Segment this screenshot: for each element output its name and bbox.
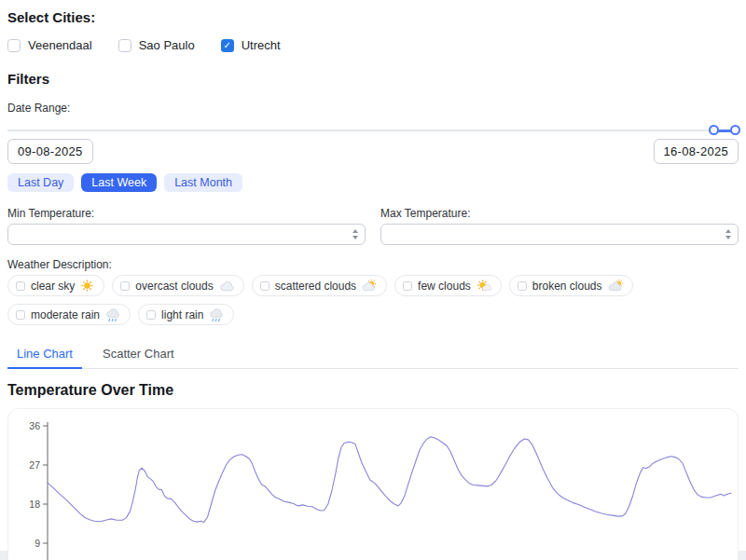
cloud-with-sun-icon [608, 280, 623, 293]
last-week-button[interactable]: Last Week [81, 173, 157, 192]
rain-cloud-icon [209, 307, 224, 322]
weather-chip-scattered-clouds[interactable]: scattered clouds [252, 275, 387, 296]
unchecked-checkbox-icon[interactable] [7, 39, 21, 52]
weather-chip-light-rain[interactable]: light rain [138, 304, 234, 325]
tab-scatter-chart[interactable]: Scatter Chart [93, 340, 184, 368]
weather-chip-moderate-rain[interactable]: moderate rain [7, 304, 131, 325]
end-date-value[interactable]: 16-08-2025 [654, 139, 739, 164]
city-checkbox-veenendaal[interactable]: Veenendaal [7, 38, 92, 52]
city-checkbox-utrecht[interactable]: ✓Utrecht [221, 38, 281, 52]
sun-small-cloud-icon [477, 280, 491, 293]
checked-checkbox-icon[interactable]: ✓ [221, 39, 234, 52]
max-temperature-input-wrap [380, 224, 739, 245]
weather-chip-overcast-clouds[interactable]: overcast clouds [112, 275, 243, 296]
rain-cloud-icon [105, 307, 120, 322]
cloud-icon [219, 280, 234, 292]
weather-chip-clear-sky[interactable]: clear sky [7, 275, 104, 296]
min-temperature-label: Min Temperature: [7, 207, 366, 220]
chart-title: Temperature Over Time [7, 382, 739, 399]
date-value-row: 09-08-2025 16-08-2025 [7, 139, 739, 164]
svg-text:18: 18 [29, 499, 40, 510]
temperature-line-chart[interactable]: 0918273610-8-202510-8-202511-8-202511-8-… [8, 417, 739, 560]
svg-text:9: 9 [35, 538, 40, 549]
start-date-value[interactable]: 09-08-2025 [7, 139, 93, 164]
last-month-button[interactable]: Last Month [164, 173, 242, 192]
weather-chip-few-clouds[interactable]: few clouds [394, 275, 502, 296]
chip-label: few clouds [418, 280, 471, 293]
chart-tabs: Line ChartScatter Chart [7, 340, 739, 369]
quick-range-buttons: Last DayLast WeekLast Month [7, 173, 739, 192]
weather-dashboard-page: Select Cities: VeenendaalSao Paulo✓Utrec… [0, 0, 746, 551]
chip-checkbox[interactable] [120, 281, 130, 291]
chip-label: light rain [161, 308, 203, 321]
chip-label: broken clouds [532, 280, 602, 293]
chip-label: scattered clouds [275, 280, 356, 293]
weather-chip-broken-clouds[interactable]: broken clouds [509, 275, 633, 296]
city-checkbox-sao-paulo[interactable]: Sao Paulo [118, 38, 195, 52]
chip-checkbox[interactable] [403, 281, 412, 291]
city-checkbox-label: Sao Paulo [139, 38, 195, 52]
chip-label: clear sky [31, 280, 75, 293]
chip-checkbox[interactable] [146, 310, 156, 320]
chip-checkbox[interactable] [260, 281, 269, 291]
max-temperature-input[interactable] [381, 225, 725, 244]
tab-line-chart[interactable]: Line Chart [7, 340, 82, 368]
date-range-label: Date Range: [7, 102, 739, 115]
min-temperature-input[interactable] [8, 225, 352, 244]
slider-handle-end[interactable] [730, 125, 740, 135]
chip-label: overcast clouds [135, 280, 213, 293]
svg-text:27: 27 [29, 459, 40, 471]
weather-chip-row: clear skyovercast cloudsscattered clouds… [7, 275, 739, 325]
unchecked-checkbox-icon[interactable] [118, 39, 131, 52]
filters-heading: Filters [7, 71, 739, 87]
temperature-filters: Min Temperature: Max Temperature: [7, 207, 739, 245]
number-stepper-icon[interactable] [352, 229, 365, 239]
city-checkbox-label: Veenendaal [28, 38, 92, 52]
last-day-button[interactable]: Last Day [7, 173, 74, 192]
slider-handle-start[interactable] [709, 125, 719, 135]
chip-checkbox[interactable] [16, 310, 25, 320]
sun-icon [80, 279, 94, 293]
chip-label: moderate rain [31, 308, 100, 321]
city-checkbox-label: Utrecht [242, 38, 281, 52]
chip-checkbox[interactable] [518, 281, 527, 291]
number-stepper-icon[interactable] [725, 229, 738, 239]
chip-checkbox[interactable] [16, 281, 25, 291]
date-range-slider[interactable] [7, 124, 739, 137]
min-temperature-input-wrap [7, 224, 366, 245]
weather-description-label: Weather Description: [7, 258, 739, 271]
select-cities-heading: Select Cities: [7, 9, 739, 25]
line-chart-card: 0918273610-8-202510-8-202511-8-202511-8-… [7, 408, 739, 560]
svg-text:36: 36 [29, 420, 40, 431]
max-temperature-label: Max Temperature: [380, 207, 739, 220]
city-checkbox-row: VeenendaalSao Paulo✓Utrecht [7, 38, 739, 52]
slider-track[interactable] [7, 130, 739, 131]
sun-behind-cloud-icon [362, 280, 377, 293]
